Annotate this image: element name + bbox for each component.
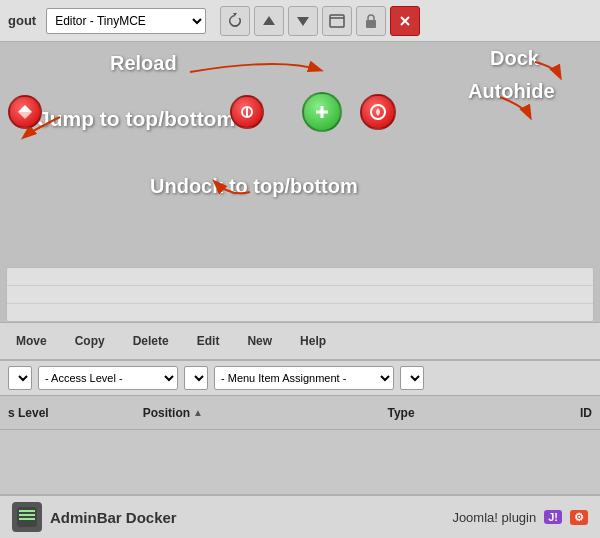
undock-annotation: Undock to top/bottom	[150, 175, 358, 198]
filter-dropdown-3[interactable]: ▼	[400, 366, 424, 390]
edit-button[interactable]: Edit	[191, 331, 226, 351]
svg-rect-3	[330, 15, 344, 27]
jump-top-bottom-button[interactable]	[8, 95, 42, 129]
filter-dropdown-2[interactable]: ▼	[184, 366, 208, 390]
move-button[interactable]: Move	[10, 331, 53, 351]
filter-dropdown-1[interactable]: ▼	[8, 366, 32, 390]
access-level-select[interactable]: - Access Level -	[38, 366, 178, 390]
svg-marker-1	[263, 16, 275, 25]
brand-icon	[12, 502, 42, 532]
toolbar-icons	[220, 6, 420, 36]
svg-marker-2	[297, 17, 309, 26]
svg-marker-8	[18, 105, 32, 112]
main-area: Reload Jump to top/bottom Undock to top/…	[0, 42, 600, 322]
brand-name: AdminBar Docker	[50, 509, 177, 526]
svg-rect-17	[19, 518, 35, 520]
lock-button[interactable]	[356, 6, 386, 36]
circle-toolbar	[8, 92, 396, 132]
down-button[interactable]	[288, 6, 318, 36]
content-panel	[6, 267, 594, 322]
col-id: ID	[513, 406, 592, 420]
new-button-circle[interactable]	[302, 92, 342, 132]
window-button[interactable]	[322, 6, 352, 36]
editor-select[interactable]: Editor - TinyMCE	[46, 8, 206, 34]
plugin-badge-joomla: ⚙	[570, 510, 588, 525]
plugin-label: Joomla! plugin	[452, 510, 536, 525]
close-button[interactable]	[390, 6, 420, 36]
footer-brand: AdminBar Docker	[12, 502, 177, 532]
footer: AdminBar Docker Joomla! plugin J! ⚙	[0, 494, 600, 538]
col-position[interactable]: Position ▲	[143, 406, 289, 420]
content-row-2	[7, 286, 593, 304]
col-type: Type	[289, 406, 514, 420]
delete-button[interactable]: Delete	[127, 331, 175, 351]
menu-assignment-select[interactable]: - Menu Item Assignment -	[214, 366, 394, 390]
undock-button[interactable]	[230, 95, 264, 129]
copy-button[interactable]: Copy	[69, 331, 111, 351]
content-row-1	[7, 268, 593, 286]
sort-arrow-position: ▲	[193, 407, 203, 418]
reload-button[interactable]	[220, 6, 250, 36]
dock-annotation: Dock	[490, 47, 545, 70]
up-button[interactable]	[254, 6, 284, 36]
reload-annotation: Reload	[110, 52, 177, 75]
footer-right: Joomla! plugin J! ⚙	[452, 510, 588, 525]
new-action-button[interactable]: New	[241, 331, 278, 351]
top-toolbar: gout Editor - TinyMCE	[0, 0, 600, 42]
help-button[interactable]: Help	[294, 331, 332, 351]
autohide-annotation: Autohide	[468, 80, 570, 103]
svg-marker-9	[18, 112, 32, 119]
svg-rect-16	[19, 514, 35, 516]
logout-label: gout	[8, 13, 36, 28]
svg-rect-5	[366, 20, 376, 28]
col-access-level: s Level	[8, 406, 143, 420]
filter-bar: ▼ - Access Level - ▼ - Menu Item Assignm…	[0, 360, 600, 396]
svg-rect-18	[19, 510, 35, 512]
autohide-button[interactable]	[360, 94, 396, 130]
action-toolbar: Move Copy Delete Edit New Help	[0, 322, 600, 360]
plugin-badge-purple: J!	[544, 510, 562, 524]
column-headers: s Level Position ▲ Type ID	[0, 396, 600, 430]
